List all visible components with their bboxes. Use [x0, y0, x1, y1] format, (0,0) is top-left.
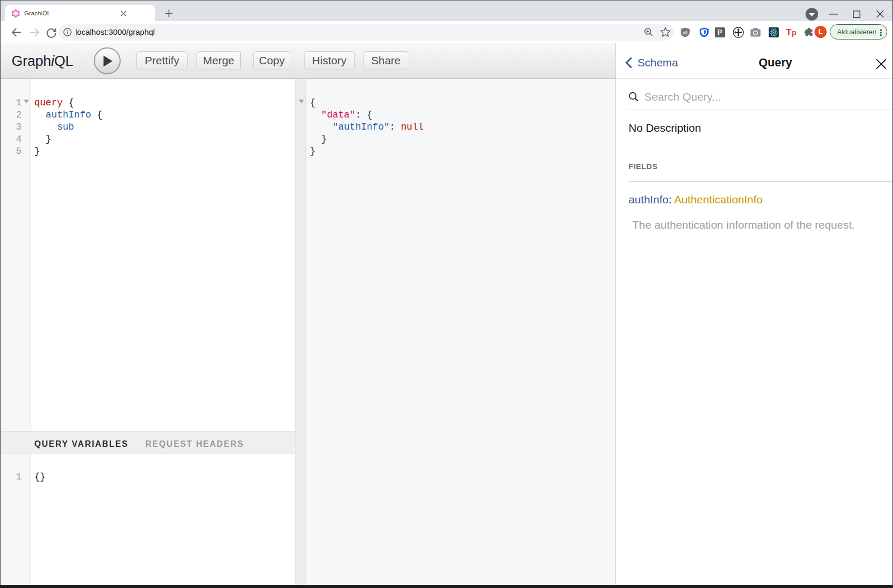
svg-text:u0: u0: [683, 30, 688, 35]
